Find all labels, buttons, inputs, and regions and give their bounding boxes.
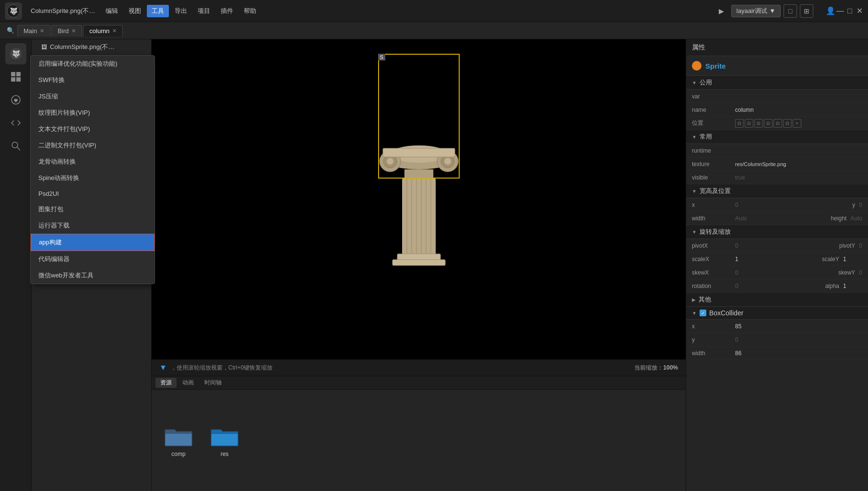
pos-icon-2[interactable]: ⊡ <box>745 119 753 128</box>
menu-item-binary[interactable]: 二进制文件打包(VIP) <box>31 137 155 154</box>
menu-item-swf[interactable]: SWF转换 <box>31 72 155 88</box>
bottom-content: comp res <box>152 390 686 491</box>
prop-visible-value[interactable]: true <box>735 174 745 181</box>
menu-item-spine[interactable]: Spine动画转换 <box>31 170 155 186</box>
menu-item-code-editor[interactable]: 代码编辑器 <box>31 251 155 267</box>
pos-icon-1[interactable]: ⊡ <box>735 119 744 128</box>
sidebar-icon-paint[interactable] <box>5 89 26 110</box>
menu-plugins[interactable]: 插件 <box>216 5 238 17</box>
prop-name-value[interactable]: column <box>735 107 862 113</box>
bottom-tab-assets[interactable]: 资源 <box>155 378 177 388</box>
window-maximize[interactable]: □ <box>846 7 854 15</box>
icon-btn-1[interactable]: □ <box>784 4 797 18</box>
prop-height-value[interactable]: Auto <box>850 215 862 222</box>
menu-item-textfile[interactable]: 文本文件打包(VIP) <box>31 121 155 137</box>
menu-item-texture[interactable]: 纹理图片转换(VIP) <box>31 105 155 121</box>
tab-bird[interactable]: Bird ✕ <box>51 25 82 36</box>
icon-btn-2[interactable]: ⊞ <box>800 4 813 18</box>
section-gong-yong[interactable]: ▼ 公用 <box>686 76 868 90</box>
menu-item-dragonbone[interactable]: 龙骨动画转换 <box>31 154 155 170</box>
prop-x-value[interactable]: 0 <box>735 202 738 208</box>
section-kuangao[interactable]: ▼ 宽高及位置 <box>686 184 868 198</box>
collider-title: BoxCollider <box>709 309 744 317</box>
prop-alpha-value[interactable]: 1 <box>843 283 862 289</box>
menu-help[interactable]: 帮助 <box>239 5 261 17</box>
collider-arrow: ▼ <box>692 311 697 316</box>
prop-skewx-value[interactable]: 0 <box>735 269 738 276</box>
prop-width-value[interactable]: Auto <box>735 215 747 222</box>
prop-collider-x-value[interactable]: 85 <box>735 323 862 330</box>
bottom-panel: 资源 动画 时间轴 comp <box>152 376 686 491</box>
menu-item-atlas[interactable]: 图集打包 <box>31 201 155 217</box>
pos-icon-5[interactable]: ⊡ <box>773 119 782 128</box>
prop-scalex-value[interactable]: 1 <box>735 256 822 263</box>
sidebar-icon-search[interactable] <box>5 135 26 156</box>
prop-collider-width-value[interactable]: 86 <box>735 350 862 357</box>
canvas-hint-arrow[interactable]: ▼ <box>159 363 167 372</box>
bottom-tab-timeline[interactable]: 时间轴 <box>200 378 226 388</box>
window-minimize[interactable]: — <box>836 7 844 15</box>
tab-column-close[interactable]: ✕ <box>112 28 117 34</box>
pos-icon-6[interactable]: ⊡ <box>783 119 792 128</box>
section-xuanzhuan[interactable]: ▼ 旋转及缩放 <box>686 225 868 239</box>
menu-item-psd2ui[interactable]: Psd2UI <box>31 186 155 201</box>
prop-collider-width: width 86 <box>686 347 868 360</box>
bottom-tab-animation[interactable]: 动画 <box>178 378 199 388</box>
prop-rotation-value[interactable]: 0 <box>735 283 738 289</box>
prop-scaley-value[interactable]: 1 <box>843 256 862 263</box>
menu-tools[interactable]: 工具 <box>147 5 169 17</box>
prop-skewy-value[interactable]: 0 <box>859 269 862 276</box>
menu-item-js[interactable]: JS压缩 <box>31 88 155 105</box>
svg-rect-29 <box>392 260 445 265</box>
menu-file[interactable]: ColumnSprite.png(不… <box>26 5 100 17</box>
run-dropdown[interactable]: layaair调试 ▼ <box>731 5 781 17</box>
prop-collider-y-value[interactable]: 0 <box>735 336 738 343</box>
prop-y-label: y <box>852 202 855 208</box>
prop-pivotx-value[interactable]: 0 <box>735 242 738 249</box>
canvas-area[interactable]: S ▼ ，使用滚轮缩放视窗，Ctrl+0键恢复缩放 当前缩放：100% <box>152 39 686 376</box>
svg-text:🐺: 🐺 <box>12 50 20 58</box>
window-close[interactable]: ✕ <box>856 7 863 15</box>
menu-export[interactable]: 导出 <box>170 5 192 17</box>
collider-checkbox[interactable]: ✓ <box>700 310 706 316</box>
section-chang-yong[interactable]: ▼ 常用 <box>686 130 868 144</box>
tree-item-columnsprite[interactable]: 🖼 ColumnSprite.png(不… <box>32 41 151 53</box>
tab-main-close[interactable]: ✕ <box>40 28 44 34</box>
prop-collider-y-label: y <box>692 336 735 343</box>
tab-column[interactable]: column ✕ <box>83 25 123 36</box>
section-boxcollider[interactable]: ▼ ✓ BoxCollider <box>686 307 868 320</box>
prop-pivoty-value[interactable]: 0 <box>859 242 862 249</box>
tab-main[interactable]: Main ✕ <box>17 25 50 36</box>
prop-position: 位置 ⊡ ⊡ ⊡ ⊡ ⊡ ⊡ + <box>686 117 868 130</box>
menu-item-wechat[interactable]: 微信web开发者工具 <box>31 267 155 284</box>
menu-item-app-build[interactable]: app构建 <box>31 234 155 251</box>
menu-project[interactable]: 项目 <box>193 5 215 17</box>
tab-bird-close[interactable]: ✕ <box>71 28 76 34</box>
prop-y-value[interactable]: 0 <box>859 202 862 208</box>
menu-edit[interactable]: 编辑 <box>101 5 123 17</box>
menu-item-optimize[interactable]: 启用编译优化功能(实验功能) <box>31 56 155 72</box>
tab-column-label: column <box>89 27 109 35</box>
pos-icon-3[interactable]: ⊡ <box>754 119 763 128</box>
tab-bird-label: Bird <box>58 27 69 35</box>
play-button[interactable]: ▶ <box>715 4 728 18</box>
pos-icon-7[interactable]: + <box>793 119 801 128</box>
sidebar-icon-wolf[interactable]: 🐺 <box>5 43 26 64</box>
section-label-qita: 其他 <box>699 295 711 304</box>
folder-comp[interactable]: comp <box>159 420 198 461</box>
hint-zoom: 当前缩放：100% <box>634 364 678 372</box>
sidebar-icon-grid[interactable] <box>5 66 26 87</box>
sidebar-icon-code[interactable] <box>5 112 26 133</box>
menu-view[interactable]: 视图 <box>124 5 146 17</box>
canvas-viewport[interactable]: S <box>152 39 686 359</box>
pos-icon-4[interactable]: ⊡ <box>764 119 773 128</box>
menu-item-runner[interactable]: 运行器下载 <box>31 217 155 234</box>
tab-search-icon[interactable]: 🔍 <box>5 25 16 36</box>
window-user[interactable]: 👤 <box>827 7 834 15</box>
svg-rect-6 <box>11 77 15 82</box>
section-qita[interactable]: ▶ 其他 <box>686 293 868 307</box>
folder-res[interactable]: res <box>205 420 244 461</box>
dropdown-arrow: ▼ <box>769 7 775 14</box>
prop-collider-x: x 85 <box>686 320 868 333</box>
prop-texture-value[interactable]: res/ColumnSprite.png <box>735 161 862 167</box>
